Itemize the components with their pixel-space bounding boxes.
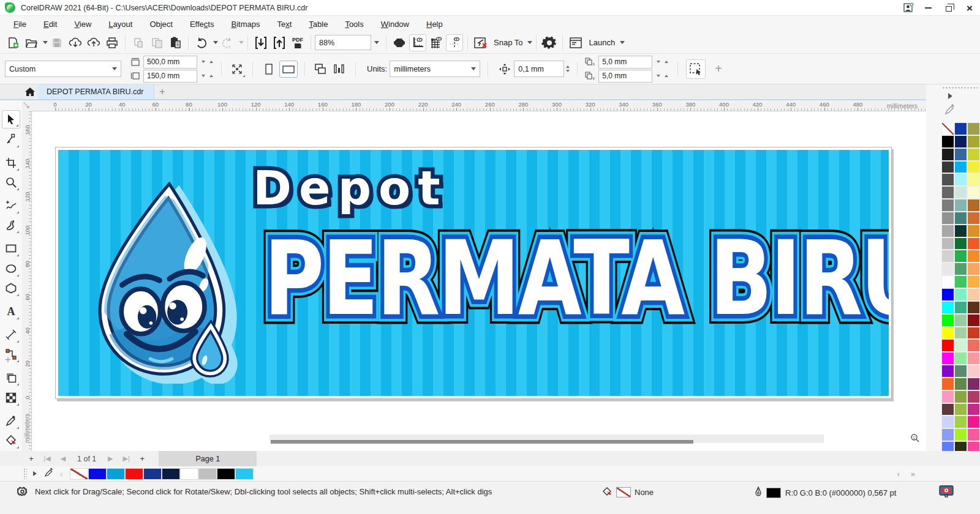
palette-swatch[interactable] [941,339,954,352]
undo-dropdown-caret[interactable] [213,41,218,44]
palette-swatch[interactable] [954,173,967,186]
palette-swatch[interactable] [954,186,967,199]
export-button[interactable] [271,34,288,51]
palette-swatch[interactable] [941,237,954,250]
dup-x-up[interactable] [662,58,670,66]
menu-tools[interactable]: Tools [336,18,372,31]
doc-swatch[interactable] [235,468,254,480]
color-eyedropper-tool[interactable] [2,412,20,430]
palette-swatch[interactable] [967,135,980,148]
polygon-tool[interactable] [2,279,20,297]
freehand-tool[interactable] [2,196,20,215]
doc-swatch-none[interactable] [70,468,88,480]
publish-to-pdf-button[interactable]: PDF [289,34,306,51]
palette-swatch[interactable] [954,327,967,340]
palette-swatch[interactable] [967,250,980,263]
palette-swatch[interactable] [967,403,980,416]
drop-shadow-tool[interactable] [2,368,20,387]
nudge-down[interactable] [566,70,570,72]
palette-swatch[interactable] [967,365,980,378]
cut-button[interactable] [130,34,147,51]
text-tool[interactable]: A [2,302,20,321]
document-palette-handle[interactable] [23,468,27,479]
launch-label[interactable]: Launch [589,38,615,47]
menu-bitmaps[interactable]: Bitmaps [222,18,268,31]
page-1-tab[interactable]: Page 1 [159,451,257,466]
palette-expand-arrow[interactable] [948,93,952,99]
fullscreen-preview-button[interactable] [391,34,408,51]
drawing-canvas[interactable]: Depot Depot PERMATA BIRU PERMATA BIRU PE… [32,111,926,451]
open-button[interactable] [23,34,40,51]
palette-swatch[interactable] [941,135,954,148]
add-page-after-button[interactable]: + [134,452,150,466]
palette-swatch[interactable] [967,327,980,340]
show-grid-button[interactable] [428,34,445,51]
palette-swatch[interactable] [941,275,954,288]
palette-swatch[interactable] [967,122,980,135]
palette-swatch-none[interactable] [941,122,954,135]
palette-swatch[interactable] [967,225,980,237]
doc-swatch[interactable] [217,468,235,480]
launch-icon[interactable] [567,34,584,51]
account-icon[interactable] [899,1,918,15]
redo-dropdown-caret[interactable] [239,41,244,44]
artistic-media-tool[interactable] [2,216,20,234]
palette-swatch[interactable] [941,250,954,263]
previous-page-button[interactable]: ◀ [55,452,71,466]
page-width-input[interactable] [143,56,197,69]
palette-swatch[interactable] [941,390,954,403]
palette-swatch[interactable] [954,225,967,237]
palette-swatch[interactable] [954,428,967,441]
palette-swatch[interactable] [941,403,954,416]
interactive-fill-tool[interactable] [2,431,20,450]
zoom-to-fit-icon[interactable] [909,432,921,444]
doc-swatch[interactable] [88,468,107,480]
palette-swatch[interactable] [967,237,980,250]
undo-button[interactable] [193,34,210,51]
palette-swatch[interactable] [967,186,980,199]
minimize-button[interactable] [918,1,938,15]
customize-property-bar-button[interactable]: + [715,62,722,76]
palette-swatch[interactable] [954,378,967,390]
palette-swatch[interactable] [954,263,967,275]
ellipse-tool[interactable] [2,259,20,277]
cloud-download-button[interactable] [67,34,84,51]
pick-tool[interactable] [2,110,20,128]
palette-swatch[interactable] [967,173,980,186]
menu-effects[interactable]: Effects [181,18,223,31]
snap-off-button[interactable] [472,34,489,51]
customize-toolbox-button[interactable]: + [5,354,11,366]
page-height-down[interactable] [199,72,207,80]
palette-eyedropper-icon[interactable] [944,104,956,117]
units-combo[interactable]: millimeters [390,61,480,77]
color-proof-icon[interactable] [938,485,954,501]
menu-table[interactable]: Table [300,18,336,31]
palette-swatch[interactable] [954,288,967,301]
horizontal-scrollbar-thumb[interactable] [271,440,693,444]
palette-swatch[interactable] [941,301,954,314]
palette-swatch[interactable] [941,415,954,428]
treat-as-filled-button[interactable] [686,59,706,79]
new-document-button[interactable] [4,34,21,51]
page-banner-artwork[interactable]: Depot Depot PERMATA BIRU PERMATA BIRU PE… [55,147,892,399]
palette-swatch[interactable] [941,199,954,212]
palette-swatch[interactable] [954,237,967,250]
first-page-button[interactable]: |◀ [39,452,55,466]
doc-swatch[interactable] [125,468,143,480]
doc-swatch[interactable] [107,468,125,480]
portrait-button[interactable] [260,61,278,78]
current-page-button[interactable] [330,61,347,78]
horizontal-ruler[interactable]: millimeters 0204060801001201401601802002… [22,100,926,111]
palette-swatch[interactable] [941,378,954,390]
menu-layout[interactable]: Layout [100,18,141,31]
palette-swatch[interactable] [967,314,980,327]
palette-swatch[interactable] [967,301,980,314]
palette-swatch[interactable] [954,148,967,161]
dup-y-up[interactable] [662,72,670,80]
open-dropdown-caret[interactable] [43,41,48,44]
palette-swatch[interactable] [941,148,954,161]
document-palette-scroll-left[interactable]: ‹ [60,469,62,479]
redo-button[interactable] [219,34,236,51]
duplicate-x-input[interactable] [598,56,652,69]
document-palette-expand[interactable]: » [911,469,915,479]
